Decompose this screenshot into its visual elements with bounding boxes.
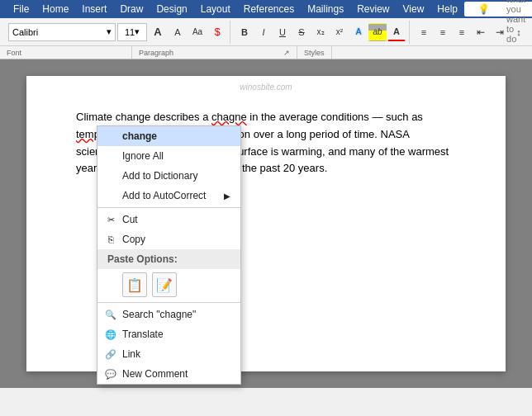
ctx-new-comment[interactable]: 💬 New Comment [97, 364, 240, 384]
clear-format-btn[interactable]: $ [208, 23, 226, 41]
subscript-btn[interactable]: x₂ [311, 23, 330, 41]
menu-mailings[interactable]: Mailings [301, 2, 350, 17]
superscript-btn[interactable]: x² [330, 23, 349, 41]
menu-home[interactable]: Home [36, 2, 75, 17]
paste-keep-source-btn[interactable]: 📋 [122, 272, 147, 297]
paste-options-row: 📋 📝 [97, 269, 240, 300]
menu-references[interactable]: References [237, 2, 301, 17]
misspelled-word-1: chagne [211, 111, 247, 123]
separator-2 [97, 302, 240, 303]
paragraph-section-label: Paragraph ↗ [132, 46, 297, 59]
underline-btn[interactable]: U [273, 23, 292, 41]
ctx-ignore-all[interactable]: Ignore All [97, 146, 240, 166]
submenu-arrow: ▶ [224, 191, 230, 201]
ctx-copy[interactable]: ⎘ Copy [97, 229, 240, 249]
menu-draw[interactable]: Draw [113, 2, 150, 17]
menu-design[interactable]: Design [150, 2, 193, 17]
numbering-btn[interactable]: ≡ [434, 23, 452, 41]
menu-bar: File Home Insert Draw Design Layout Refe… [0, 0, 532, 18]
cut-icon: ✂ [104, 213, 117, 226]
sort-btn[interactable]: ↕ [510, 23, 528, 41]
highlight-btn[interactable]: ab [368, 23, 387, 41]
decrease-font-btn[interactable]: A [169, 23, 187, 41]
bold-btn[interactable]: B [235, 23, 254, 41]
search-icon: 🔍 [104, 308, 117, 321]
doc-page: winosbite.com Climate change describes a… [26, 76, 506, 371]
increase-indent-btn[interactable]: ⇥ [491, 23, 509, 41]
menu-help[interactable]: Help [430, 2, 464, 17]
ctx-search[interactable]: 🔍 Search "chagne" [97, 305, 240, 324]
bullets-btn[interactable]: ≡ [415, 23, 433, 41]
ctx-cut[interactable]: ✂ Cut [97, 210, 240, 229]
toolbar-row1: Calibri ▾ 11 ▾ A A Aa $ B I U S x₂ x² A … [0, 18, 532, 46]
menu-layout[interactable]: Layout [194, 2, 237, 17]
menu-review[interactable]: Review [350, 2, 396, 17]
ctx-translate[interactable]: 🌐 Translate [97, 324, 240, 344]
ctx-change[interactable]: change [97, 126, 240, 146]
font-color-btn[interactable]: A [387, 23, 406, 41]
ctx-paste-options-label: Paste Options: [97, 249, 240, 269]
text-effect-btn[interactable]: A [349, 23, 368, 41]
paste-merge-btn[interactable]: 📝 [152, 272, 177, 297]
menu-view[interactable]: View [397, 2, 431, 17]
ctx-add-dictionary[interactable]: Add to Dictionary [97, 166, 240, 186]
paragraph-group: ≡ ≡ ≡ ⇤ ⇥ ↕ ¶ [411, 21, 532, 44]
multilevel-btn[interactable]: ≡ [453, 23, 471, 41]
search-bar[interactable]: 💡 Tell me what you want to do [464, 2, 532, 17]
increase-font-btn[interactable]: A [149, 23, 167, 41]
section-labels: Font Paragraph ↗ Styles [0, 46, 532, 59]
decrease-indent-btn[interactable]: ⇤ [472, 23, 490, 41]
menu-insert[interactable]: Insert [75, 2, 113, 17]
text-before: Climate change describes a [76, 111, 211, 123]
separator-1 [97, 207, 240, 208]
lightbulb-icon: 💡 [471, 2, 496, 17]
font-section-label: Font [0, 46, 132, 59]
italic-btn[interactable]: I [254, 23, 273, 41]
strikethrough-btn[interactable]: S [292, 23, 311, 41]
copy-icon: ⎘ [104, 233, 117, 246]
ctx-link[interactable]: 🔗 Link [97, 344, 240, 364]
show-marks-btn[interactable]: ¶ [529, 23, 532, 41]
watermark: winosbite.com [240, 83, 292, 92]
font-size-selector[interactable]: 11 ▾ [117, 23, 147, 41]
doc-area: winosbite.com Climate change describes a… [0, 59, 532, 388]
ctx-add-autocorrect[interactable]: Add to AutoCorrect ▶ [97, 186, 240, 206]
styles-section-label: Styles [297, 46, 332, 59]
font-style-group: B I U S x₂ x² A ab A [232, 21, 410, 44]
text-middle1: in the average conditions — such as [247, 111, 423, 123]
font-case-btn[interactable]: Aa [188, 23, 207, 41]
translate-icon: 🌐 [104, 328, 117, 341]
menu-file[interactable]: File [7, 2, 36, 17]
paragraph-dialog-launcher[interactable]: ↗ [283, 49, 290, 57]
comment-icon: 💬 [104, 367, 117, 381]
font-group: Calibri ▾ 11 ▾ A A Aa $ [5, 21, 230, 44]
font-name-selector[interactable]: Calibri ▾ [8, 23, 116, 41]
dropdown-arrow: ▾ [107, 26, 112, 37]
context-menu: change Ignore All Add to Dictionary Add … [97, 125, 241, 385]
dropdown-arrow: ▾ [135, 26, 140, 37]
link-icon: 🔗 [104, 347, 117, 361]
